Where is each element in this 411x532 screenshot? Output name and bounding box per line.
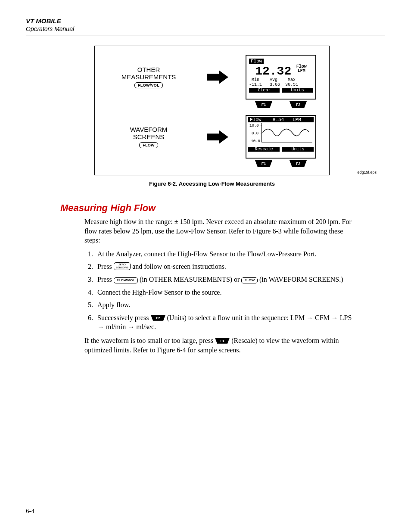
other-measurements-block: OTHER MEASUREMENTS FLOW/VOL (108, 66, 190, 88)
figure-box: OTHER MEASUREMENTS FLOW/VOL Flow 12.32 F… (94, 46, 330, 175)
svg-text:F1: F1 (221, 339, 225, 342)
label-line: OTHER (137, 66, 160, 73)
softkey-row: Clear Units (249, 88, 313, 93)
svg-text:F1: F1 (262, 162, 266, 166)
f1-key-icon: F1 (255, 160, 272, 167)
page-number: 6-4 (26, 507, 34, 515)
rescale-softkey: Rescale (248, 147, 280, 152)
waveform-screens-block: WAVEFORM SCREENS FLOW (108, 126, 190, 148)
header-title: VT MOBILE (26, 17, 385, 25)
steps-list: At the Analyzer, connect the High-Flow S… (84, 249, 355, 332)
step-6: Successively press F2 (Units) to select … (95, 313, 355, 332)
eps-filename: edg15f.eps (357, 170, 377, 174)
step-3: Press FLOW/VOL (in OTHER MEASUREMENTS) o… (95, 275, 355, 284)
page: VT MOBILE Operators Manual OTHER MEASURE… (0, 0, 411, 532)
flow-button-icon: FLOW (139, 142, 158, 148)
f2-key-icon: F2 (151, 314, 165, 321)
step-1: At the Analyzer, connect the High-Flow S… (95, 249, 355, 259)
flow-value: 12.32 (255, 65, 291, 78)
screen-title: Flow (249, 59, 264, 64)
svg-marker-0 (207, 70, 228, 84)
figure-row-2: WAVEFORM SCREENS FLOW Flow 8.54 LPM 10.0… (108, 115, 316, 159)
zero-sensors-button-icon: ZEROSENSORS (114, 262, 131, 270)
svg-text:-10.0: -10.0 (249, 139, 260, 143)
svg-text:F2: F2 (156, 316, 160, 320)
f1-key-icon: F1 (215, 337, 230, 344)
f2-key-icon: F2 (290, 101, 307, 108)
f2-key-icon: F2 (290, 160, 307, 167)
stat-values: -11.1 3.66 36.51 (249, 82, 313, 87)
intro-paragraph: Measure high flow in the range: ± 150 lp… (84, 217, 355, 245)
step-5: Apply flow. (95, 300, 355, 310)
svg-marker-5 (207, 130, 228, 144)
figure-row-1: OTHER MEASUREMENTS FLOW/VOL Flow 12.32 F… (108, 55, 316, 100)
f1-key-icon: F1 (255, 101, 272, 108)
header-rule (26, 35, 385, 35)
section-heading: Measuring High Flow (60, 202, 385, 214)
stat-labels: Min Avg Max (249, 78, 313, 82)
arrow-right-icon (207, 70, 228, 84)
fkey-row: F1 F2 (246, 101, 315, 108)
units-softkey: Units (282, 88, 313, 93)
svg-text:F2: F2 (296, 162, 301, 166)
svg-text:10.0: 10.0 (249, 124, 259, 128)
fkey-row: F1 F2 (246, 160, 315, 167)
softkey-row: Rescale Units (248, 147, 314, 152)
flowvol-button-icon: FLOW/VOL (134, 82, 163, 88)
figure-caption: Figure 6-2. Accessing Low-Flow Measureme… (65, 180, 359, 187)
waveform-plot-icon: 10.0 0.0 -10.0 (248, 122, 314, 144)
svg-text:F2: F2 (296, 103, 301, 107)
clear-softkey: Clear (249, 88, 280, 93)
label-line: SCREENS (133, 133, 165, 140)
svg-text:0.0: 0.0 (252, 131, 258, 136)
label-line: WAVEFORM (130, 126, 168, 133)
step-2: Press ZEROSENSORS and follow on-screen i… (95, 262, 355, 271)
header-subtitle: Operators Manual (26, 25, 385, 32)
svg-text:F1: F1 (262, 103, 266, 107)
outro-paragraph: If the waveform is too small or too larg… (84, 336, 355, 355)
flow-unit: FlowLPM (296, 65, 307, 73)
units-softkey: Units (282, 147, 314, 152)
page-header: VT MOBILE Operators Manual (26, 17, 385, 35)
step-4: Connect the High-Flow Sensor to the sour… (95, 288, 355, 297)
figure-6-2: OTHER MEASUREMENTS FLOW/VOL Flow 12.32 F… (65, 46, 359, 187)
label-line: MEASUREMENTS (121, 73, 176, 81)
flow-button-icon: FLOW (241, 277, 258, 283)
flowvol-button-icon: FLOW/VOL (114, 277, 138, 283)
device-screen-flow: Flow 12.32 FlowLPM Min Avg Max -11.1 3.6… (246, 55, 316, 100)
body-text: Measure high flow in the range: ± 150 lp… (84, 217, 355, 355)
waveform-header: Flow 8.54 LPM (248, 117, 314, 122)
arrow-right-icon (207, 130, 228, 144)
device-screen-waveform: Flow 8.54 LPM 10.0 0.0 -10.0 (246, 115, 316, 159)
